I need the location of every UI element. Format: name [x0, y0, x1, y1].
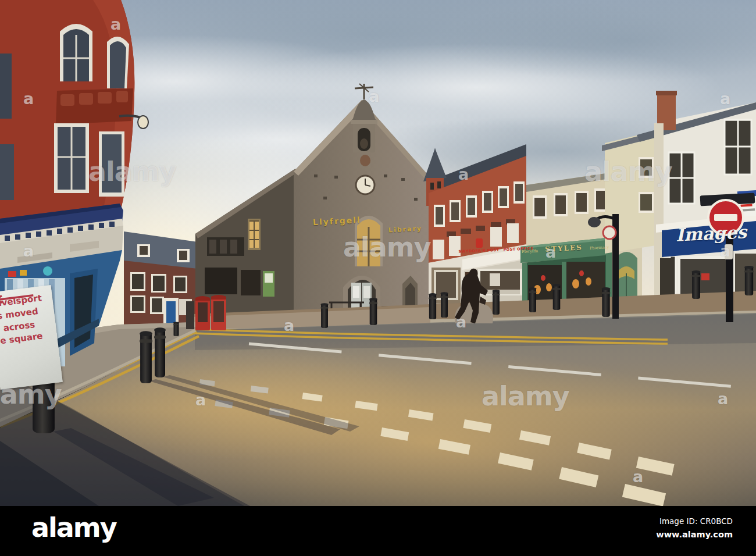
alamy-logo: alamy: [31, 512, 116, 543]
photo-area: avelsport s moved across e square Llyfrg…: [0, 0, 756, 506]
watermark-a: a: [720, 91, 730, 106]
pharmacy-welsh: Fferyllfa: [522, 248, 538, 254]
watermark-a: a: [720, 243, 730, 259]
watermark-a: a: [195, 392, 206, 408]
image-id: Image ID: CR0BCD: [656, 516, 733, 526]
watermark-a: a: [545, 244, 556, 260]
alamy-footer-bar: alamy Image ID: CR0BCD www.alamy.com: [0, 506, 756, 556]
watermark-a: a: [284, 318, 294, 333]
watermark-alamy: alamy: [0, 381, 62, 408]
watermark-a: a: [23, 243, 34, 259]
watermark-a: a: [369, 88, 379, 104]
pharmacy-english: Pharmacy: [590, 245, 609, 251]
watermark-alamy: alamy: [482, 383, 569, 409]
alamy-url: www.alamy.com: [656, 530, 733, 539]
watermark-a: a: [23, 91, 34, 106]
watermark-alamy: alamy: [88, 158, 176, 185]
watermark-a: a: [110, 16, 121, 32]
images-shop-fascia: Images: [666, 222, 756, 246]
watermark-a: a: [718, 391, 728, 407]
watermark-alamy: alamy: [584, 158, 672, 185]
watermark-alamy: alamy: [343, 234, 431, 261]
watermark-a: a: [456, 314, 466, 330]
watermark-a: a: [633, 469, 643, 484]
stock-photo-page: avelsport s moved across e square Llyfrg…: [0, 0, 756, 556]
watermark-a: a: [458, 166, 469, 182]
